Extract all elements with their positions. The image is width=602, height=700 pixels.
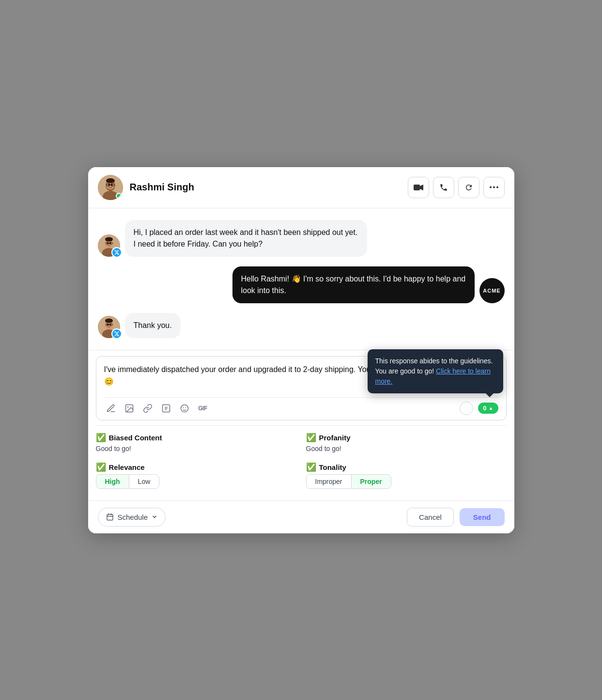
relevance-options: High Low	[96, 474, 160, 489]
check-icon-profanity: ✅	[306, 433, 316, 443]
svg-point-37	[127, 406, 128, 407]
video-call-button[interactable]	[408, 177, 429, 198]
sender-avatar-wrap	[98, 234, 120, 257]
schedule-button[interactable]: Schedule	[98, 508, 166, 527]
chat-messages: Hi, I placed an order last week and it h…	[88, 208, 514, 350]
text-format-icon[interactable]	[159, 402, 173, 415]
online-indicator	[116, 193, 122, 199]
svg-point-7	[106, 178, 115, 183]
more-options-button[interactable]	[483, 177, 505, 198]
link-icon[interactable]	[141, 402, 154, 415]
incoming-bubble: Hi, I placed an order last week and it h…	[125, 220, 367, 257]
svg-point-14	[493, 187, 495, 188]
compose-toolbar: GIF 0 ▲ This response abides to the guid…	[104, 397, 498, 415]
chat-header: Rashmi Singh	[88, 167, 514, 208]
svg-point-15	[496, 187, 498, 188]
svg-rect-11	[414, 185, 420, 190]
check-icon-tonality: ✅	[306, 462, 316, 472]
tooltip-popup: This response abides to the guidelines. …	[368, 349, 503, 393]
schedule-chevron-icon	[152, 514, 157, 520]
compose-box[interactable]: I've immediately dispatched your order a…	[96, 356, 507, 420]
svg-point-41	[185, 407, 186, 408]
gif-icon[interactable]: GIF	[196, 402, 210, 415]
message-row-2: Thank you.	[98, 313, 505, 338]
check-status-biased: Good to go!	[96, 445, 296, 452]
counter-tooltip-wrap: 0 ▲ This response abides to the guidelin…	[478, 403, 498, 414]
twitter-badge	[111, 247, 122, 258]
cancel-button[interactable]: Cancel	[407, 508, 454, 527]
relevance-high-option[interactable]: High	[96, 475, 129, 488]
check-title-profanity: ✅ Profanity	[306, 433, 507, 443]
counter-value: 0	[483, 404, 486, 412]
checks-panel: ✅ Biased Content Good to go! ✅ Profanity…	[96, 425, 507, 496]
check-title-tonality: ✅ Tonality	[306, 462, 507, 472]
check-icon-relevance: ✅	[96, 462, 106, 472]
relevance-low-option[interactable]: Low	[129, 475, 159, 488]
refresh-button[interactable]	[458, 177, 479, 198]
svg-point-13	[490, 187, 492, 188]
svg-rect-42	[107, 514, 113, 520]
svg-point-32	[105, 318, 113, 323]
chat-window: Rashmi Singh	[88, 167, 514, 533]
chevron-up-icon: ▲	[489, 405, 494, 411]
check-label-biased: Biased Content	[109, 434, 162, 442]
sender-avatar-wrap-2	[98, 316, 120, 338]
check-profanity: ✅ Profanity Good to go!	[306, 433, 507, 456]
compose-area: I've immediately dispatched your order a…	[88, 350, 514, 500]
avatar	[98, 175, 123, 200]
check-biased-content: ✅ Biased Content Good to go!	[96, 433, 296, 456]
circle-action-button[interactable]	[460, 402, 473, 415]
tonality-improper-option[interactable]: Improper	[307, 475, 351, 488]
incoming-bubble-2: Thank you.	[125, 313, 181, 338]
tonality-options: Improper Proper	[306, 474, 391, 489]
message-row-outgoing: ACME Hello Rashmi! 👋 I'm so sorry about …	[98, 266, 505, 303]
check-label-tonality: Tonality	[319, 463, 346, 471]
check-label-profanity: Profanity	[319, 434, 351, 442]
svg-point-39	[181, 404, 188, 412]
svg-point-40	[183, 407, 184, 408]
counter-pill[interactable]: 0 ▲	[478, 403, 498, 414]
twitter-badge-2	[111, 328, 122, 339]
svg-point-22	[105, 237, 113, 241]
image-icon[interactable]	[123, 402, 136, 415]
tonality-proper-option[interactable]: Proper	[351, 475, 391, 488]
check-label-relevance: Relevance	[109, 463, 145, 471]
format-icon[interactable]	[104, 402, 118, 415]
check-icon-biased: ✅	[96, 433, 106, 443]
check-status-profanity: Good to go!	[306, 445, 507, 452]
check-relevance: ✅ Relevance High Low	[96, 462, 296, 489]
svg-marker-12	[420, 185, 423, 190]
phone-call-button[interactable]	[433, 177, 454, 198]
check-title-biased: ✅ Biased Content	[96, 433, 296, 443]
check-tonality: ✅ Tonality Improper Proper	[306, 462, 507, 489]
footer: Schedule Cancel Send	[88, 500, 514, 533]
acme-avatar: ACME	[479, 278, 505, 303]
outgoing-bubble: Hello Rashmi! 👋 I'm so sorry about this.…	[232, 266, 475, 303]
check-title-relevance: ✅ Relevance	[96, 462, 296, 472]
message-row: Hi, I placed an order last week and it h…	[98, 220, 505, 257]
emoji-icon[interactable]	[178, 402, 191, 415]
send-button[interactable]: Send	[460, 508, 505, 526]
header-action-group	[408, 177, 505, 198]
schedule-label: Schedule	[118, 513, 148, 521]
contact-name: Rashmi Singh	[130, 182, 408, 193]
